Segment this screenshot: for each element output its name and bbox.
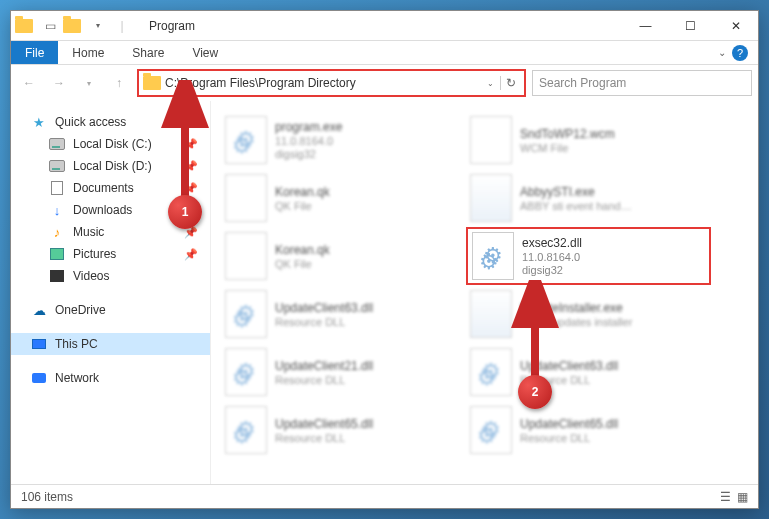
dll-icon	[225, 348, 267, 396]
qat-dropdown-icon[interactable]: ▾	[87, 15, 109, 37]
status-bar: 106 items ☰ ▦	[11, 484, 758, 508]
view-switcher: ☰ ▦	[720, 490, 748, 504]
file-icon	[225, 174, 267, 222]
sidebar-item-videos[interactable]: Videos	[11, 265, 210, 287]
nav-toolbar: ← → ▾ ↑ C:\Program Files\Program Directo…	[11, 65, 758, 101]
dll-icon	[470, 406, 512, 454]
search-input[interactable]: Search Program	[532, 70, 752, 96]
close-button[interactable]: ✕	[713, 11, 758, 41]
file-item[interactable]: UpdateClient63.dllResource DLL	[466, 343, 711, 401]
qat-properties-icon[interactable]: ▭	[39, 15, 61, 37]
file-item[interactable]: SndToWP12.wcmWCM File	[466, 111, 711, 169]
file-item[interactable]: UpdateClient21.dllResource DLL	[221, 343, 466, 401]
file-icon	[470, 116, 512, 164]
tab-view[interactable]: View	[178, 42, 232, 64]
nav-up-icon[interactable]: ↑	[107, 71, 131, 95]
file-item[interactable]: Korean.qkQK File	[221, 169, 466, 227]
network-icon	[31, 370, 47, 386]
ribbon-right: ⌄ ?	[718, 45, 758, 61]
dll-icon	[225, 406, 267, 454]
file-item[interactable]: UpdateClient63.dllResource DLL	[221, 285, 466, 343]
download-icon: ↓	[49, 202, 65, 218]
window-controls: — ☐ ✕	[623, 11, 758, 41]
tab-file[interactable]: File	[11, 41, 58, 64]
file-icon	[225, 232, 267, 280]
file-item[interactable]: program.exe11.0.8164.0digsig32	[221, 111, 466, 169]
search-placeholder: Search Program	[539, 76, 626, 90]
folder-icon	[15, 15, 37, 37]
body-area: ★Quick access Local Disk (C:)📌 Local Dis…	[11, 101, 758, 484]
picture-icon	[49, 246, 65, 262]
nav-back-icon[interactable]: ←	[17, 71, 41, 95]
callout-2: 2	[518, 375, 552, 409]
nav-recent-icon[interactable]: ▾	[77, 71, 101, 95]
minimize-button[interactable]: —	[623, 11, 668, 41]
dll-icon	[225, 116, 267, 164]
onedrive-icon: ☁	[31, 302, 47, 318]
callout-arrow-1	[155, 80, 215, 210]
maximize-button[interactable]: ☐	[668, 11, 713, 41]
title-bar: ▭ ▾ | Program — ☐ ✕	[11, 11, 758, 41]
tab-home[interactable]: Home	[58, 42, 118, 64]
pc-icon	[31, 336, 47, 352]
dll-icon	[225, 290, 267, 338]
document-icon	[49, 180, 65, 196]
nav-forward-icon[interactable]: →	[47, 71, 71, 95]
exe-icon	[470, 174, 512, 222]
window-title: Program	[137, 19, 195, 33]
file-item-highlighted[interactable]: exsec32.dll11.0.8164.0digsig32	[466, 227, 711, 285]
pin-icon: 📌	[184, 248, 198, 261]
tab-share[interactable]: Share	[118, 42, 178, 64]
explorer-window: ▭ ▾ | Program — ☐ ✕ File Home Share View…	[10, 10, 759, 509]
disk-icon	[49, 158, 65, 174]
sidebar-onedrive[interactable]: ☁OneDrive	[11, 299, 210, 321]
file-item[interactable]: UpdateClient65.dllResource DLL	[221, 401, 466, 459]
view-tiles-icon[interactable]: ▦	[737, 490, 748, 504]
file-item[interactable]: Korean.qkQK File	[221, 227, 466, 285]
file-list[interactable]: program.exe11.0.8164.0digsig32 SndToWP12…	[211, 101, 758, 484]
file-item[interactable]: AbbyySTI.exeABBY sti event hand…	[466, 169, 711, 227]
qat-sep: |	[111, 15, 133, 37]
refresh-icon[interactable]: ↻	[500, 76, 520, 90]
help-icon[interactable]: ?	[732, 45, 748, 61]
sidebar-item-pictures[interactable]: Pictures📌	[11, 243, 210, 265]
qat-newfolder-icon[interactable]	[63, 15, 85, 37]
video-icon	[49, 268, 65, 284]
callout-arrow-2	[505, 280, 565, 390]
sidebar-network[interactable]: Network	[11, 367, 210, 389]
file-item[interactable]: UpdateInstaller.exeABBY updates installe…	[466, 285, 711, 343]
star-icon: ★	[31, 114, 47, 130]
callout-1: 1	[168, 195, 202, 229]
status-count: 106 items	[21, 490, 73, 504]
file-item[interactable]: UpdateClient65.dllResource DLL	[466, 401, 711, 459]
disk-icon	[49, 136, 65, 152]
ribbon-tabs: File Home Share View ⌄ ?	[11, 41, 758, 65]
music-icon: ♪	[49, 224, 65, 240]
ribbon-expand-icon[interactable]: ⌄	[718, 47, 726, 58]
addr-dropdown-icon[interactable]: ⌄	[480, 79, 500, 88]
dll-icon	[472, 232, 514, 280]
sidebar-this-pc[interactable]: This PC	[11, 333, 210, 355]
quick-access-toolbar: ▭ ▾ |	[11, 15, 137, 37]
view-details-icon[interactable]: ☰	[720, 490, 731, 504]
